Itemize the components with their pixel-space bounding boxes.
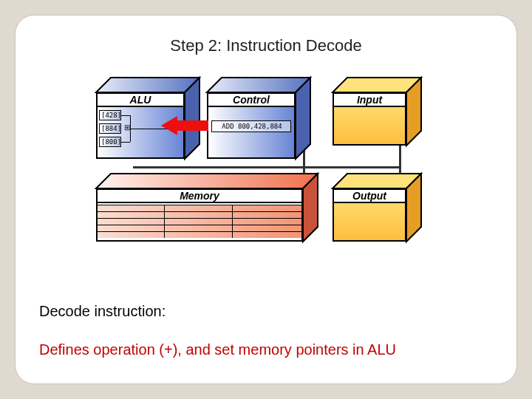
slide-title: Step 2: Instruction Decode [36, 36, 496, 55]
wire [130, 115, 131, 142]
svg-marker-3 [296, 78, 310, 159]
body-line-1: Decode instruction: [39, 303, 166, 320]
memory-row [98, 218, 301, 225]
control-instruction: ADD 800,428,884 [211, 120, 291, 132]
cpu-diagram: ALU [428] [884] [800] ⊞ Control ADD 80 [89, 70, 443, 255]
memory-divider [232, 205, 233, 238]
memory-row [98, 231, 301, 238]
svg-marker-8 [96, 174, 318, 188]
alu-label: ALU [96, 92, 185, 107]
alu-op-icon: ⊞ [124, 124, 130, 132]
output-label: Output [332, 188, 406, 203]
wire [121, 115, 130, 116]
wire [121, 142, 130, 143]
svg-marker-2 [207, 78, 310, 92]
memory-row [98, 205, 301, 211]
memory-row [98, 225, 301, 231]
svg-marker-1 [185, 78, 200, 159]
alu-reg-2: [800] [99, 137, 121, 147]
memory-row [98, 211, 301, 218]
alu-reg-1: [884] [99, 123, 121, 134]
slide-card: Step 2: Instruction Decode ALU [428] [88… [15, 15, 517, 384]
control-label: Control [207, 92, 296, 107]
alu-reg-0: [428] [99, 110, 121, 120]
input-label: Input [332, 92, 406, 107]
svg-marker-0 [96, 78, 200, 92]
memory-divider [164, 205, 165, 238]
memory-label: Memory [96, 188, 303, 203]
body-line-2: Defines operation (+), and set memory po… [39, 341, 396, 358]
